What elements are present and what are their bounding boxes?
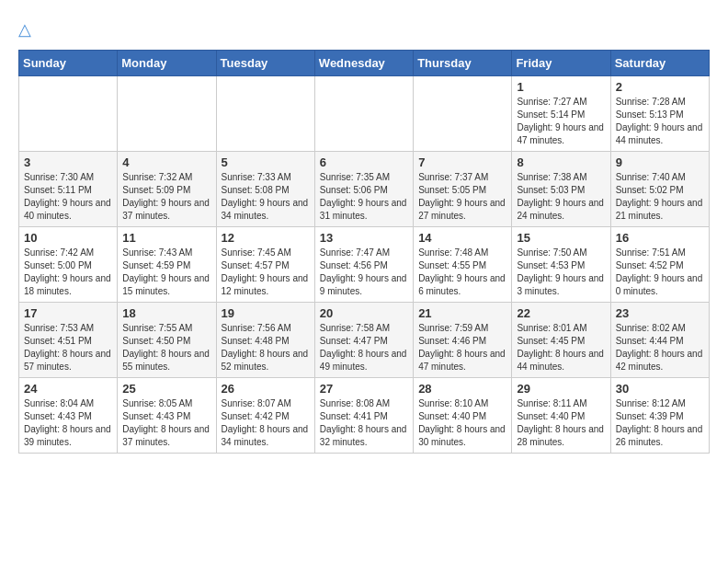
day-info: Sunrise: 7:55 AM Sunset: 4:50 PM Dayligh… <box>122 322 210 373</box>
calendar-cell: 2Sunrise: 7:28 AM Sunset: 5:13 PM Daylig… <box>610 76 709 152</box>
day-info: Sunrise: 8:12 AM Sunset: 4:39 PM Dayligh… <box>616 397 704 449</box>
calendar-cell: 9Sunrise: 7:40 AM Sunset: 5:02 PM Daylig… <box>610 152 709 227</box>
day-number: 14 <box>418 231 506 245</box>
day-number: 1 <box>517 80 605 94</box>
day-info: Sunrise: 7:27 AM Sunset: 5:14 PM Dayligh… <box>517 96 605 147</box>
day-info: Sunrise: 8:04 AM Sunset: 4:43 PM Dayligh… <box>24 397 112 449</box>
day-info: Sunrise: 7:58 AM Sunset: 4:47 PM Dayligh… <box>320 322 408 373</box>
day-number: 17 <box>24 306 112 320</box>
calendar-cell: 16Sunrise: 7:51 AM Sunset: 4:52 PM Dayli… <box>610 227 709 303</box>
calendar-week-2: 3Sunrise: 7:30 AM Sunset: 5:11 PM Daylig… <box>19 152 710 227</box>
day-number: 29 <box>517 382 605 396</box>
calendar-cell <box>118 76 216 152</box>
day-info: Sunrise: 8:10 AM Sunset: 4:40 PM Dayligh… <box>418 397 506 449</box>
day-number: 5 <box>222 155 310 169</box>
day-number: 12 <box>222 231 310 245</box>
calendar-week-4: 17Sunrise: 7:53 AM Sunset: 4:51 PM Dayli… <box>19 303 710 378</box>
calendar-cell <box>216 76 314 152</box>
day-number: 23 <box>616 306 704 320</box>
header-day-thursday: Thursday <box>414 51 512 76</box>
calendar-cell: 19Sunrise: 7:56 AM Sunset: 4:48 PM Dayli… <box>216 303 314 378</box>
calendar-week-3: 10Sunrise: 7:42 AM Sunset: 5:00 PM Dayli… <box>19 227 710 303</box>
day-info: Sunrise: 7:47 AM Sunset: 4:56 PM Dayligh… <box>320 247 408 298</box>
svg-text:△: △ <box>18 20 31 39</box>
calendar-cell: 8Sunrise: 7:38 AM Sunset: 5:03 PM Daylig… <box>512 152 610 227</box>
calendar-table: SundayMondayTuesdayWednesdayThursdayFrid… <box>18 50 710 454</box>
day-info: Sunrise: 7:45 AM Sunset: 4:57 PM Dayligh… <box>222 247 310 298</box>
day-info: Sunrise: 7:59 AM Sunset: 4:46 PM Dayligh… <box>418 322 506 373</box>
day-number: 28 <box>418 382 506 396</box>
day-number: 15 <box>517 231 605 245</box>
day-number: 25 <box>122 382 210 396</box>
day-number: 24 <box>24 382 112 396</box>
day-number: 10 <box>24 231 112 245</box>
day-info: Sunrise: 8:07 AM Sunset: 4:42 PM Dayligh… <box>222 397 310 449</box>
day-info: Sunrise: 7:33 AM Sunset: 5:08 PM Dayligh… <box>222 171 310 223</box>
calendar-cell <box>414 76 512 152</box>
day-info: Sunrise: 7:48 AM Sunset: 4:55 PM Dayligh… <box>418 247 506 298</box>
calendar-cell: 17Sunrise: 7:53 AM Sunset: 4:51 PM Dayli… <box>19 303 118 378</box>
calendar-cell: 13Sunrise: 7:47 AM Sunset: 4:56 PM Dayli… <box>314 227 413 303</box>
day-number: 6 <box>320 155 408 169</box>
calendar-cell: 6Sunrise: 7:35 AM Sunset: 5:06 PM Daylig… <box>314 152 413 227</box>
calendar-cell: 26Sunrise: 8:07 AM Sunset: 4:42 PM Dayli… <box>216 378 314 454</box>
calendar-cell: 24Sunrise: 8:04 AM Sunset: 4:43 PM Dayli… <box>19 378 118 454</box>
day-number: 11 <box>122 231 210 245</box>
calendar-cell: 15Sunrise: 7:50 AM Sunset: 4:53 PM Dayli… <box>512 227 610 303</box>
calendar-cell: 7Sunrise: 7:37 AM Sunset: 5:05 PM Daylig… <box>414 152 512 227</box>
calendar-cell: 23Sunrise: 8:02 AM Sunset: 4:44 PM Dayli… <box>610 303 709 378</box>
calendar-cell: 14Sunrise: 7:48 AM Sunset: 4:55 PM Dayli… <box>414 227 512 303</box>
day-number: 9 <box>616 155 704 169</box>
calendar-header-row: SundayMondayTuesdayWednesdayThursdayFrid… <box>19 51 710 76</box>
calendar-week-1: 1Sunrise: 7:27 AM Sunset: 5:14 PM Daylig… <box>19 76 710 152</box>
day-info: Sunrise: 7:51 AM Sunset: 4:52 PM Dayligh… <box>616 247 704 298</box>
day-number: 7 <box>418 155 506 169</box>
day-info: Sunrise: 8:01 AM Sunset: 4:45 PM Dayligh… <box>517 322 605 373</box>
calendar-cell: 25Sunrise: 8:05 AM Sunset: 4:43 PM Dayli… <box>118 378 216 454</box>
calendar-week-5: 24Sunrise: 8:04 AM Sunset: 4:43 PM Dayli… <box>19 378 710 454</box>
day-number: 20 <box>320 306 408 320</box>
day-number: 26 <box>222 382 310 396</box>
day-info: Sunrise: 8:02 AM Sunset: 4:44 PM Dayligh… <box>616 322 704 373</box>
calendar-cell <box>19 76 118 152</box>
header-day-wednesday: Wednesday <box>314 51 413 76</box>
calendar-cell: 28Sunrise: 8:10 AM Sunset: 4:40 PM Dayli… <box>414 378 512 454</box>
calendar-cell: 29Sunrise: 8:11 AM Sunset: 4:40 PM Dayli… <box>512 378 610 454</box>
day-info: Sunrise: 7:53 AM Sunset: 4:51 PM Dayligh… <box>24 322 112 373</box>
calendar-cell: 11Sunrise: 7:43 AM Sunset: 4:59 PM Dayli… <box>118 227 216 303</box>
day-number: 2 <box>616 80 704 94</box>
calendar-cell: 27Sunrise: 8:08 AM Sunset: 4:41 PM Dayli… <box>314 378 413 454</box>
calendar-cell: 22Sunrise: 8:01 AM Sunset: 4:45 PM Dayli… <box>512 303 610 378</box>
calendar-cell <box>314 76 413 152</box>
day-info: Sunrise: 7:35 AM Sunset: 5:06 PM Dayligh… <box>320 171 408 223</box>
header-day-sunday: Sunday <box>19 51 118 76</box>
day-number: 27 <box>320 382 408 396</box>
calendar-cell: 20Sunrise: 7:58 AM Sunset: 4:47 PM Dayli… <box>314 303 413 378</box>
calendar-cell: 3Sunrise: 7:30 AM Sunset: 5:11 PM Daylig… <box>19 152 118 227</box>
day-info: Sunrise: 7:30 AM Sunset: 5:11 PM Dayligh… <box>24 171 112 223</box>
day-number: 13 <box>320 231 408 245</box>
header-day-monday: Monday <box>118 51 216 76</box>
calendar-cell: 5Sunrise: 7:33 AM Sunset: 5:08 PM Daylig… <box>216 152 314 227</box>
day-number: 22 <box>517 306 605 320</box>
calendar-cell: 12Sunrise: 7:45 AM Sunset: 4:57 PM Dayli… <box>216 227 314 303</box>
day-number: 3 <box>24 155 112 169</box>
header-day-friday: Friday <box>512 51 610 76</box>
day-info: Sunrise: 8:08 AM Sunset: 4:41 PM Dayligh… <box>320 397 408 449</box>
day-number: 21 <box>418 306 506 320</box>
calendar-cell: 10Sunrise: 7:42 AM Sunset: 5:00 PM Dayli… <box>19 227 118 303</box>
day-info: Sunrise: 7:40 AM Sunset: 5:02 PM Dayligh… <box>616 171 704 223</box>
day-info: Sunrise: 7:28 AM Sunset: 5:13 PM Dayligh… <box>616 96 704 147</box>
day-number: 8 <box>517 155 605 169</box>
header-day-tuesday: Tuesday <box>216 51 314 76</box>
logo: △ <box>18 18 44 40</box>
day-number: 16 <box>616 231 704 245</box>
day-info: Sunrise: 7:43 AM Sunset: 4:59 PM Dayligh… <box>122 247 210 298</box>
logo-icon: △ <box>18 18 40 40</box>
page-header: △ <box>18 18 710 40</box>
calendar-cell: 30Sunrise: 8:12 AM Sunset: 4:39 PM Dayli… <box>610 378 709 454</box>
day-info: Sunrise: 7:42 AM Sunset: 5:00 PM Dayligh… <box>24 247 112 298</box>
day-number: 4 <box>122 155 210 169</box>
day-info: Sunrise: 7:38 AM Sunset: 5:03 PM Dayligh… <box>517 171 605 223</box>
calendar-cell: 4Sunrise: 7:32 AM Sunset: 5:09 PM Daylig… <box>118 152 216 227</box>
